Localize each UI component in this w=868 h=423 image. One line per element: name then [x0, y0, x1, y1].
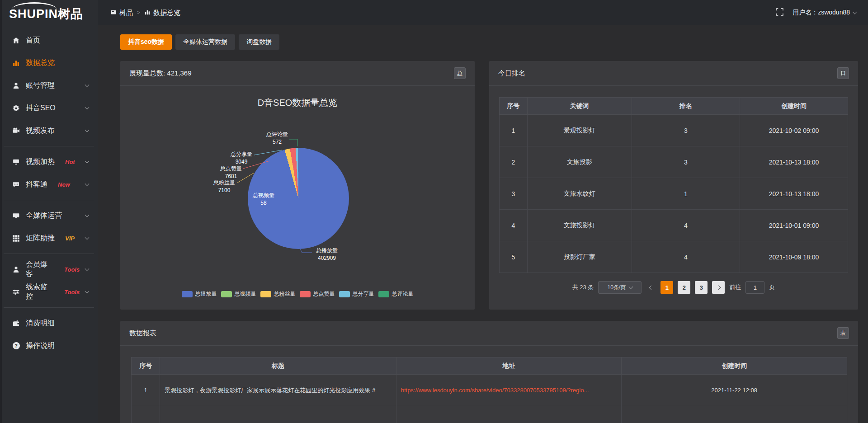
pie-label-videos: 总视频量58 [245, 192, 282, 207]
sidebar-item-label: 全媒体运营 [26, 211, 62, 221]
pie-label-likes: 总点赞量7681 [213, 165, 249, 180]
next-page-button[interactable] [712, 281, 725, 294]
report-card-header: 数据报表 表 [120, 321, 858, 346]
video-url-link[interactable]: https://www.iesdouyin.com/share/video/70… [401, 387, 589, 394]
sidebar-item-member-burst[interactable]: 会员爆客 Tools [0, 258, 98, 281]
page-button-2[interactable]: 2 [678, 281, 690, 294]
shupin-icon [110, 9, 117, 17]
sidebar-item-label: 视频加热 [26, 157, 55, 167]
legend-item-plays[interactable]: 总播放量 [182, 290, 217, 298]
legend-item-fans[interactable]: 总粉丝量 [260, 290, 296, 298]
sidebar-item-instructions[interactable]: ? 操作说明 [0, 334, 98, 357]
chevron-left-icon [649, 285, 653, 290]
table-header-row: 序号 标题 地址 创建时间 [132, 357, 847, 375]
page-size-select[interactable]: 10条/页 [598, 281, 642, 294]
sidebar-item-overview[interactable]: 数据总览 [0, 52, 98, 74]
overview-card-header: 展现量总数: 421,369 总 [120, 61, 475, 86]
sidebar-divider [4, 254, 94, 254]
legend-swatch [300, 291, 311, 297]
breadcrumb-label: 树品 [119, 9, 133, 17]
sidebar-item-douyin-seo[interactable]: 抖音SEO [0, 97, 98, 119]
question-icon: ? [12, 342, 20, 350]
page-button-1[interactable]: 1 [660, 281, 673, 294]
total-corner-button[interactable]: 总 [454, 67, 466, 79]
tab-douyin-seo-data[interactable]: 抖音seo数据 [120, 34, 172, 50]
sidebar-item-video-publish[interactable]: 视频发布 [0, 119, 98, 142]
table-row: 5 投影灯厂家 4 2021-10-09 18:00 [500, 241, 848, 273]
sidebar-item-omnimedia[interactable]: 全媒体运营 [0, 204, 98, 227]
chevron-down-icon [85, 181, 90, 186]
ranking-title: 今日排名 [498, 69, 525, 78]
goto-page-input[interactable] [745, 281, 764, 294]
legend-swatch [221, 291, 232, 297]
sidebar-item-matrix-boost[interactable]: 矩阵助推 VIP [0, 227, 98, 249]
sidebar-item-spend-detail[interactable]: 消费明细 [0, 312, 98, 334]
column-header: 创建时间 [622, 357, 847, 375]
legend-item-likes[interactable]: 总点赞量 [300, 290, 335, 298]
sidebar-item-label: 矩阵助推 [26, 234, 55, 243]
report-card: 数据报表 表 序号 标题 地址 创建时间 1 景观投影灯，夜游景观投影灯 [120, 321, 858, 423]
topbar: 树品 > 数据总览 用户名：zswodun88 [98, 0, 868, 25]
day-corner-button[interactable]: 日 [837, 67, 849, 79]
chat-bubble-icon [12, 181, 20, 188]
legend-item-shares[interactable]: 总分享量 [339, 290, 374, 298]
table-row [132, 406, 847, 423]
legend-swatch [339, 291, 350, 297]
sidebar-item-lead-monitor[interactable]: 线索监控 Tools [0, 281, 98, 303]
column-header: 创建时间 [740, 98, 848, 115]
table-corner-button[interactable]: 表 [837, 327, 849, 339]
breadcrumb-item-overview[interactable]: 数据总览 [144, 9, 180, 17]
table-header-row: 序号 关键词 排名 创建时间 [500, 98, 848, 115]
sidebar-item-label: 首页 [26, 36, 40, 45]
sidebar-item-label: 操作说明 [26, 341, 55, 351]
video-camera-icon [12, 127, 20, 135]
user-menu[interactable]: 用户名：zswodun88 [793, 9, 856, 17]
sidebar-item-label: 数据总览 [26, 58, 55, 68]
sidebar-item-label: 抖客通 [26, 180, 47, 189]
chevron-down-icon [85, 105, 90, 109]
sidebar-item-accounts[interactable]: 账号管理 [0, 74, 98, 97]
logo-area: SHUPIN树品 [0, 0, 98, 25]
chart-legend: 总播放量 总视频量 总粉丝量 总点赞量 总分享量 总评论量 [120, 290, 475, 298]
legend-swatch [378, 291, 389, 297]
sidebar-divider [4, 146, 94, 146]
chevron-right-icon [716, 285, 721, 290]
column-header: 地址 [396, 357, 622, 375]
sliders-icon [12, 288, 20, 296]
report-title: 数据报表 [129, 329, 156, 338]
overview-card: 展现量总数: 421,369 总 D音SEO数据量总览 总评论量572 总分享量… [120, 61, 475, 310]
breadcrumb-item-shupin[interactable]: 树品 [110, 9, 133, 17]
sidebar-item-home[interactable]: 首页 [0, 29, 98, 52]
prev-page-button[interactable] [646, 286, 656, 289]
tab-inquiry-data[interactable]: 询盘数据 [239, 34, 279, 50]
sidebar-item-video-heat[interactable]: 视频加热 Hot [0, 150, 98, 173]
bar-chart-icon [144, 9, 151, 17]
chevron-down-icon [85, 266, 90, 271]
column-header: 标题 [160, 357, 396, 375]
chart-title: D音SEO数据量总览 [120, 97, 475, 109]
pie-chart-area: D音SEO数据量总览 总评论量572 总分享量3049 总点赞量7681 [120, 86, 475, 310]
pie-label-fans: 总粉丝量7100 [206, 179, 242, 194]
chevron-down-icon [85, 289, 90, 293]
ranking-table: 序号 关键词 排名 创建时间 1 景观投影灯 3 2021-10-02 09:0… [499, 97, 848, 273]
table-row: 1 景观投影灯，夜游景观投影灯厂家展示展示落花灯在花园里的灯光投影应用效果 # … [132, 375, 847, 406]
home-icon [12, 37, 20, 44]
legend-item-videos[interactable]: 总视频量 [221, 290, 256, 298]
chevron-down-icon [629, 284, 633, 289]
fullscreen-icon[interactable] [776, 8, 783, 18]
sidebar-item-label: 线索监控 [26, 282, 54, 301]
sidebar-divider [4, 307, 94, 308]
tab-omnimedia-data[interactable]: 全媒体运营数据 [175, 34, 235, 50]
pie-label-plays: 总播放量402909 [307, 247, 347, 262]
username-label: 用户名：zswodun88 [793, 9, 850, 17]
sidebar-item-douketong[interactable]: 抖客通 New [0, 173, 98, 196]
app-logo: SHUPIN树品 [9, 6, 83, 22]
chevron-down-icon [85, 82, 90, 87]
video-title-cell: 景观投影灯，夜游景观投影灯厂家展示展示落花灯在花园里的灯光投影应用效果 # [160, 375, 396, 406]
chevron-down-icon [85, 159, 90, 163]
legend-item-comments[interactable]: 总评论量 [378, 290, 414, 298]
table-row: 4 文旅投影灯 4 2021-10-01 09:00 [500, 210, 848, 241]
page-button-3[interactable]: 3 [695, 281, 708, 294]
sidebar-item-label: 视频发布 [26, 126, 55, 136]
breadcrumb-label: 数据总览 [153, 9, 180, 17]
